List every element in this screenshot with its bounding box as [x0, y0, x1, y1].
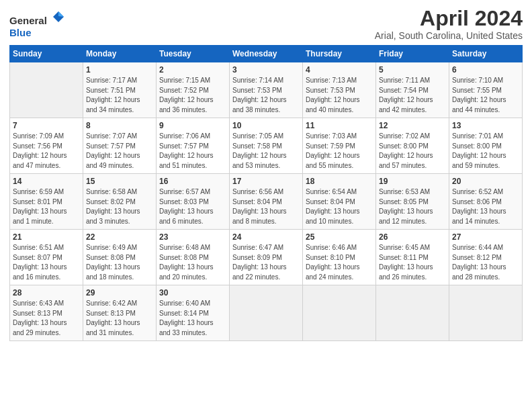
calendar-cell: 8Sunrise: 7:07 AM Sunset: 7:57 PM Daylig… — [83, 118, 157, 174]
day-info: Sunrise: 7:17 AM Sunset: 7:51 PM Dayligh… — [86, 76, 153, 115]
day-info: Sunrise: 6:44 AM Sunset: 8:12 PM Dayligh… — [452, 243, 519, 282]
day-info: Sunrise: 7:15 AM Sunset: 7:52 PM Dayligh… — [159, 76, 226, 115]
calendar-cell: 12Sunrise: 7:02 AM Sunset: 8:00 PM Dayli… — [376, 118, 449, 174]
calendar-header-row: Sunday Monday Tuesday Wednesday Thursday… — [10, 46, 523, 62]
day-number: 14 — [13, 177, 80, 186]
page: General Blue April 2024 Arial, South Car… — [0, 0, 532, 411]
main-title: April 2024 — [375, 7, 523, 30]
calendar-cell: 3Sunrise: 7:14 AM Sunset: 7:53 PM Daylig… — [230, 62, 303, 118]
calendar-week-4: 21Sunrise: 6:51 AM Sunset: 8:07 PM Dayli… — [10, 230, 523, 285]
day-info: Sunrise: 6:51 AM Sunset: 8:07 PM Dayligh… — [13, 243, 80, 282]
calendar-cell: 17Sunrise: 6:56 AM Sunset: 8:04 PM Dayli… — [230, 174, 303, 230]
day-number: 15 — [86, 177, 153, 186]
calendar-cell: 21Sunrise: 6:51 AM Sunset: 8:07 PM Dayli… — [10, 230, 83, 285]
header-area: General Blue April 2024 Arial, South Car… — [9, 7, 523, 41]
calendar-week-2: 7Sunrise: 7:09 AM Sunset: 7:56 PM Daylig… — [10, 118, 523, 174]
col-monday: Monday — [83, 46, 157, 62]
day-info: Sunrise: 7:11 AM Sunset: 7:54 PM Dayligh… — [379, 76, 446, 115]
calendar-cell: 15Sunrise: 6:58 AM Sunset: 8:02 PM Dayli… — [83, 174, 157, 230]
day-info: Sunrise: 7:09 AM Sunset: 7:56 PM Dayligh… — [13, 132, 80, 171]
day-number: 26 — [379, 232, 446, 242]
calendar-cell: 19Sunrise: 6:53 AM Sunset: 8:05 PM Dayli… — [376, 174, 449, 230]
calendar-cell: 23Sunrise: 6:48 AM Sunset: 8:08 PM Dayli… — [157, 230, 230, 285]
day-info: Sunrise: 6:48 AM Sunset: 8:08 PM Dayligh… — [159, 243, 226, 282]
calendar-cell — [303, 285, 376, 341]
calendar-week-1: 1Sunrise: 7:17 AM Sunset: 7:51 PM Daylig… — [10, 62, 523, 118]
day-info: Sunrise: 6:54 AM Sunset: 8:04 PM Dayligh… — [306, 187, 373, 226]
day-number: 28 — [13, 288, 80, 298]
calendar-cell: 16Sunrise: 6:57 AM Sunset: 8:03 PM Dayli… — [157, 174, 230, 230]
col-friday: Friday — [376, 46, 449, 62]
calendar-cell: 4Sunrise: 7:13 AM Sunset: 7:53 PM Daylig… — [303, 62, 376, 118]
calendar-cell — [376, 285, 449, 341]
day-info: Sunrise: 6:46 AM Sunset: 8:10 PM Dayligh… — [306, 243, 373, 282]
day-number: 9 — [159, 121, 226, 130]
day-number: 2 — [159, 65, 226, 75]
logo-general: General — [9, 15, 47, 26]
day-info: Sunrise: 6:52 AM Sunset: 8:06 PM Dayligh… — [452, 187, 519, 226]
day-number: 23 — [159, 232, 226, 242]
calendar-cell: 25Sunrise: 6:46 AM Sunset: 8:10 PM Dayli… — [303, 230, 376, 285]
day-number: 30 — [159, 288, 226, 298]
col-thursday: Thursday — [303, 46, 376, 62]
calendar-cell — [10, 62, 83, 118]
day-info: Sunrise: 7:10 AM Sunset: 7:55 PM Dayligh… — [452, 76, 519, 115]
calendar-cell: 28Sunrise: 6:43 AM Sunset: 8:13 PM Dayli… — [10, 285, 83, 341]
calendar-cell: 22Sunrise: 6:49 AM Sunset: 8:08 PM Dayli… — [83, 230, 157, 285]
day-info: Sunrise: 6:45 AM Sunset: 8:11 PM Dayligh… — [379, 243, 446, 282]
logo-blue: Blue — [9, 27, 32, 38]
col-tuesday: Tuesday — [157, 46, 230, 62]
calendar-cell — [449, 285, 523, 341]
day-number: 20 — [452, 177, 519, 186]
day-number: 19 — [379, 177, 446, 186]
day-number: 5 — [379, 65, 446, 75]
col-sunday: Sunday — [10, 46, 83, 62]
day-number: 10 — [232, 121, 300, 130]
calendar-cell: 29Sunrise: 6:42 AM Sunset: 8:13 PM Dayli… — [83, 285, 157, 341]
calendar-cell: 26Sunrise: 6:45 AM Sunset: 8:11 PM Dayli… — [376, 230, 449, 285]
day-info: Sunrise: 7:03 AM Sunset: 7:59 PM Dayligh… — [306, 132, 373, 171]
calendar-week-5: 28Sunrise: 6:43 AM Sunset: 8:13 PM Dayli… — [10, 285, 523, 341]
calendar-cell: 13Sunrise: 7:01 AM Sunset: 8:00 PM Dayli… — [449, 118, 523, 174]
day-info: Sunrise: 6:57 AM Sunset: 8:03 PM Dayligh… — [159, 187, 226, 226]
day-number: 13 — [452, 121, 519, 130]
day-number: 24 — [232, 232, 300, 242]
logo-icon — [51, 9, 66, 24]
col-saturday: Saturday — [449, 46, 523, 62]
day-info: Sunrise: 6:53 AM Sunset: 8:05 PM Dayligh… — [379, 187, 446, 226]
day-number: 12 — [379, 121, 446, 130]
calendar-cell: 6Sunrise: 7:10 AM Sunset: 7:55 PM Daylig… — [449, 62, 523, 118]
day-number: 21 — [13, 232, 80, 242]
day-number: 4 — [306, 65, 373, 75]
day-number: 17 — [232, 177, 300, 186]
calendar-cell: 7Sunrise: 7:09 AM Sunset: 7:56 PM Daylig… — [10, 118, 83, 174]
day-info: Sunrise: 7:07 AM Sunset: 7:57 PM Dayligh… — [86, 132, 153, 171]
day-number: 1 — [86, 65, 153, 75]
day-number: 29 — [86, 288, 153, 298]
calendar-cell: 18Sunrise: 6:54 AM Sunset: 8:04 PM Dayli… — [303, 174, 376, 230]
day-number: 8 — [86, 121, 153, 130]
day-number: 25 — [306, 232, 373, 242]
day-info: Sunrise: 6:42 AM Sunset: 8:13 PM Dayligh… — [86, 299, 153, 338]
calendar-cell: 2Sunrise: 7:15 AM Sunset: 7:52 PM Daylig… — [157, 62, 230, 118]
day-number: 27 — [452, 232, 519, 242]
calendar-cell: 10Sunrise: 7:05 AM Sunset: 7:58 PM Dayli… — [230, 118, 303, 174]
day-info: Sunrise: 7:05 AM Sunset: 7:58 PM Dayligh… — [232, 132, 300, 171]
day-info: Sunrise: 6:43 AM Sunset: 8:13 PM Dayligh… — [13, 299, 80, 338]
day-number: 22 — [86, 232, 153, 242]
day-info: Sunrise: 6:40 AM Sunset: 8:14 PM Dayligh… — [159, 299, 226, 338]
calendar-week-3: 14Sunrise: 6:59 AM Sunset: 8:01 PM Dayli… — [10, 174, 523, 230]
day-info: Sunrise: 6:47 AM Sunset: 8:09 PM Dayligh… — [232, 243, 300, 282]
day-info: Sunrise: 7:01 AM Sunset: 8:00 PM Dayligh… — [452, 132, 519, 171]
calendar-cell: 5Sunrise: 7:11 AM Sunset: 7:54 PM Daylig… — [376, 62, 449, 118]
calendar-table: Sunday Monday Tuesday Wednesday Thursday… — [9, 45, 523, 341]
day-number: 6 — [452, 65, 519, 75]
day-info: Sunrise: 7:13 AM Sunset: 7:53 PM Dayligh… — [306, 76, 373, 115]
logo-text: General Blue — [9, 9, 66, 39]
calendar-cell: 30Sunrise: 6:40 AM Sunset: 8:14 PM Dayli… — [157, 285, 230, 341]
calendar-cell: 20Sunrise: 6:52 AM Sunset: 8:06 PM Dayli… — [449, 174, 523, 230]
calendar-cell — [230, 285, 303, 341]
calendar-cell: 24Sunrise: 6:47 AM Sunset: 8:09 PM Dayli… — [230, 230, 303, 285]
day-info: Sunrise: 6:56 AM Sunset: 8:04 PM Dayligh… — [232, 187, 300, 226]
day-number: 18 — [306, 177, 373, 186]
